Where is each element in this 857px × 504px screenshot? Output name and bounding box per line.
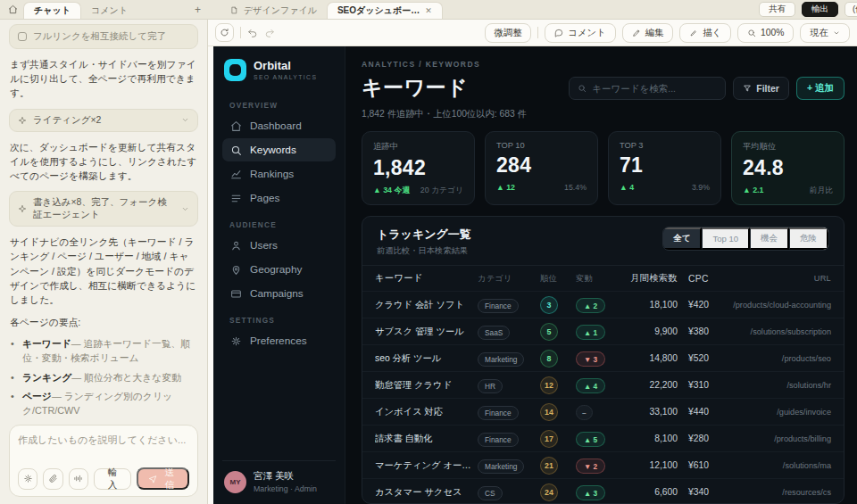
tab-seo-dashboard[interactable]: SEOダッシュボー… ✕ — [327, 2, 443, 19]
agent-chip-writing[interactable]: ライティング×2 — [9, 109, 198, 132]
agent-chip-build[interactable]: 書き込み×8、完了、フォーク検証エージェント — [9, 191, 198, 227]
column-header: カテゴリ — [478, 273, 537, 285]
category-badge: Finance — [478, 433, 519, 447]
tab-chat[interactable]: チャット — [23, 2, 81, 19]
table-filter-全て[interactable]: 全て — [663, 227, 702, 250]
stat-card[interactable]: TOP 3 71 ▲ 43.9% — [608, 131, 721, 205]
refresh-button[interactable] — [215, 23, 234, 42]
sidebar-item-users[interactable]: Users — [222, 234, 336, 257]
avatar: MY — [224, 471, 246, 493]
redo-button[interactable] — [264, 28, 275, 38]
sparkle-icon — [18, 204, 27, 213]
voice-button[interactable] — [69, 468, 88, 490]
sidebar-item-keywords[interactable]: Keywords — [222, 138, 336, 161]
breadcrumb: ANALYTICS / KEYWORDS — [362, 60, 845, 69]
checkbox-icon[interactable] — [18, 32, 27, 41]
sidebar-item-preferences[interactable]: Preferences — [222, 329, 336, 352]
sidebar-item-pages[interactable]: Pages — [222, 186, 336, 210]
tab-design-file[interactable]: デザインファイル — [220, 2, 327, 19]
chevron-down-icon — [181, 205, 189, 213]
url-cell: /products/seo — [729, 354, 831, 363]
sparkle-icon — [18, 116, 27, 125]
export-button[interactable]: 輸出 — [802, 2, 838, 17]
sidebar-item-label: Keywords — [250, 144, 296, 156]
sidebar-nav: OVERVIEWDashboardKeywordsRankingsPagesAU… — [222, 90, 336, 353]
design-canvas[interactable]: Orbital SEO ANALYTICS OVERVIEWDashboardK… — [208, 46, 857, 504]
cpc-cell: ¥280 — [681, 434, 726, 443]
stat-value: 284 — [496, 153, 587, 178]
table-row[interactable]: クラウド 会計 ソフト Finance 3 ▲ 2 18,100 ¥420 /p… — [362, 291, 844, 318]
save-button-partial[interactable]: (保 — [845, 2, 857, 17]
volume-cell: 18,100 — [626, 300, 678, 310]
rank-badge: 21 — [540, 457, 558, 475]
divider — [240, 27, 241, 38]
undo-button[interactable] — [247, 28, 258, 38]
table-filters: 全てTop 10機会危険 — [662, 227, 829, 251]
table-row[interactable]: インボイス 対応 Finance 14 – 33,100 ¥440 /guide… — [362, 398, 844, 425]
table-row[interactable]: サブスク 管理 ツール SaaS 5 ▲ 1 9,900 ¥380 /solut… — [362, 318, 844, 344]
brand: Orbital SEO ANALYTICS — [222, 59, 336, 81]
keyword-cell: 勤怠管理 クラウド — [375, 379, 474, 392]
settings-button[interactable] — [18, 468, 37, 490]
comment-button[interactable]: コメント — [545, 23, 615, 43]
table-filter-Top 10[interactable]: Top 10 — [702, 227, 750, 250]
pencil-icon — [689, 29, 698, 37]
cpc-cell: ¥610 — [681, 460, 726, 470]
chat-messages[interactable]: フルリンクを相互接続して完了 まず共通スタイル・サイドバーを別ファイルに切り出し… — [0, 20, 207, 419]
table-row[interactable]: マーケティング オートメーション Marketing 21 ▼ 2 12,100… — [362, 451, 844, 478]
table-filter-危険[interactable]: 危険 — [789, 227, 828, 250]
share-button[interactable]: 共有 — [759, 2, 795, 17]
brand-tagline: SEO ANALYTICS — [254, 74, 317, 80]
zoom-button[interactable]: 100% — [737, 23, 794, 43]
stat-card[interactable]: TOP 10 284 ▲ 1215.4% — [485, 131, 598, 205]
table-row[interactable]: 勤怠管理 クラウド HR 12 ▲ 4 22,200 ¥310 /solutio… — [362, 371, 844, 398]
edit-button[interactable]: 編集 — [622, 23, 674, 43]
add-tab-button[interactable]: + — [195, 4, 201, 15]
table-title: トラッキング一覧 — [377, 227, 471, 243]
stat-card[interactable]: 追跡中 1,842 ▲ 34 今週20 カテゴリ — [362, 131, 475, 205]
rank-badge: 24 — [540, 483, 558, 501]
keyword-search[interactable] — [569, 77, 726, 100]
table-row[interactable]: カスタマー サクセス CS 24 ▲ 3 6,600 ¥340 /resourc… — [362, 478, 844, 504]
user-profile[interactable]: MY 宮澤 美咲 Marketing · Admin — [222, 460, 336, 493]
fine-tune-button[interactable]: 微調整 — [485, 23, 532, 43]
sidebar-item-rankings[interactable]: Rankings — [222, 162, 336, 186]
filter-icon — [743, 84, 752, 93]
view-mode-dropdown[interactable]: 現在 — [800, 23, 850, 43]
table-row[interactable]: 請求書 自動化 Finance 17 ▲ 5 8,100 ¥280 /produ… — [362, 425, 844, 451]
sidebar-item-dashboard[interactable]: Dashboard — [222, 114, 336, 137]
user-icon — [230, 240, 242, 252]
send-button[interactable]: 送信 — [137, 467, 189, 490]
waveform-icon — [73, 474, 83, 483]
home-icon[interactable] — [5, 2, 20, 16]
search-input[interactable] — [592, 83, 717, 94]
list-item: •ページ— ランディング別のクリック/CTR/CWV — [11, 390, 198, 417]
undo-icon — [247, 28, 258, 38]
page-title: キーワード — [362, 74, 468, 102]
sidebar-item-geography[interactable]: Geography — [222, 258, 336, 281]
dashboard-main: ANALYTICS / KEYWORDS キーワード Filter + 追加 1… — [345, 46, 857, 504]
assistant-message: まず共通スタイル・サイドバーを別ファイルに切り出して、全ページで再利用できます。 — [10, 57, 197, 101]
draw-button[interactable]: 描く — [679, 23, 731, 43]
table-row[interactable]: seo 分析 ツール Marketing 8 ▼ 3 14,800 ¥520 /… — [362, 344, 844, 371]
table-filter-機会[interactable]: 機会 — [750, 227, 789, 250]
sidebar-item-campaigns[interactable]: Campaigns — [222, 282, 336, 305]
add-keyword-button[interactable]: + 追加 — [796, 77, 845, 100]
filter-button[interactable]: Filter — [733, 77, 789, 100]
import-button[interactable]: 輸入 — [94, 468, 130, 490]
category-badge: HR — [478, 379, 503, 393]
chat-input[interactable] — [18, 434, 189, 460]
home-icon — [230, 120, 242, 132]
tab-comments[interactable]: コメント — [81, 2, 137, 19]
volume-cell: 8,100 — [626, 434, 678, 443]
attach-button[interactable] — [43, 468, 62, 490]
volume-cell: 33,100 — [626, 407, 678, 417]
sidebar-item-label: Geography — [250, 263, 302, 276]
todo-item[interactable]: フルリンクを相互接続して完了 — [9, 24, 198, 49]
close-icon[interactable]: ✕ — [425, 7, 432, 15]
rank-badge: 12 — [540, 376, 558, 394]
stat-meta: 前月比 — [810, 186, 833, 196]
card-icon — [230, 288, 242, 300]
url-cell: /guides/invoice — [729, 408, 831, 417]
stat-card[interactable]: 平均順位 24.8 ▲ 2.1前月比 — [731, 131, 845, 205]
